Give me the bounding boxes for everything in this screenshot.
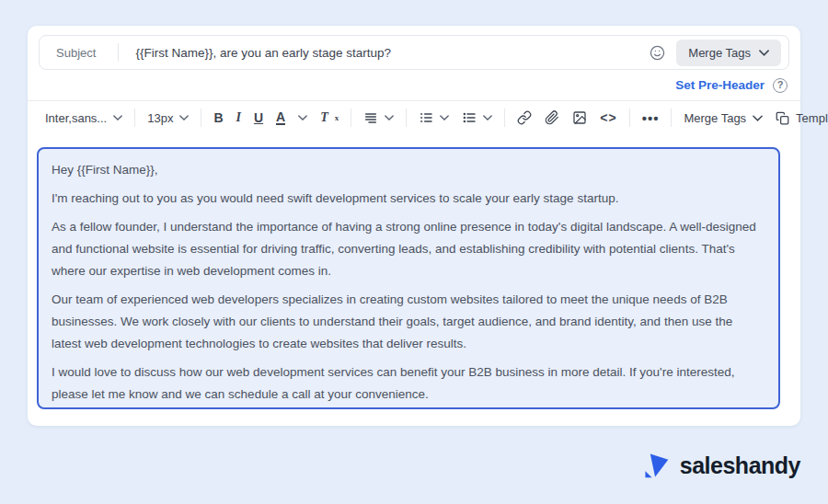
subject-bar: Subject {{First Name}}, are you an early… bbox=[39, 35, 789, 70]
bullet-list-icon bbox=[462, 110, 477, 125]
insert-link-button[interactable] bbox=[511, 105, 538, 131]
chevron-down-icon bbox=[385, 115, 394, 120]
paperclip-icon bbox=[545, 110, 559, 125]
chevron-down-icon bbox=[440, 115, 449, 120]
email-paragraph: Our team of experienced web developers s… bbox=[52, 289, 765, 355]
chevron-down-icon bbox=[298, 115, 307, 120]
smiley-icon bbox=[650, 45, 665, 61]
ordered-list-icon bbox=[419, 110, 433, 125]
align-icon bbox=[363, 110, 378, 125]
brand-name: saleshandy bbox=[680, 452, 800, 479]
subject-input[interactable]: {{First Name}}, are you an early stage s… bbox=[119, 46, 646, 60]
underline-button[interactable]: U bbox=[247, 105, 270, 131]
help-icon[interactable]: ? bbox=[773, 78, 788, 93]
email-body-editor[interactable]: Hey {{First Name}}, I'm reaching out to … bbox=[37, 147, 780, 409]
toolbar-divider bbox=[134, 109, 135, 127]
template-label: Template bbox=[796, 111, 828, 125]
code-view-button[interactable]: <> bbox=[593, 105, 623, 131]
chevron-down-icon bbox=[753, 115, 763, 121]
toolbar-divider bbox=[671, 109, 672, 127]
toolbar-divider bbox=[406, 109, 407, 127]
saleshandy-logo-icon bbox=[641, 451, 671, 480]
bullet-list-dropdown[interactable] bbox=[455, 105, 499, 131]
email-paragraph: As a fellow founder, I understand the im… bbox=[52, 216, 765, 282]
clear-formatting-button[interactable]: Tx bbox=[314, 105, 345, 131]
clear-formatting-t: T bbox=[320, 110, 328, 125]
link-icon bbox=[517, 110, 532, 125]
email-paragraph: Hey {{First Name}}, bbox=[52, 159, 765, 181]
email-paragraph: I would love to discuss how our web deve… bbox=[52, 361, 765, 406]
italic-button[interactable]: I bbox=[230, 105, 247, 131]
template-button[interactable]: Template bbox=[769, 105, 828, 131]
font-size-value: 13px bbox=[147, 111, 173, 125]
align-dropdown[interactable] bbox=[357, 105, 400, 131]
toolbar-divider bbox=[201, 109, 201, 127]
merge-tags-label: Merge Tags bbox=[688, 46, 751, 60]
chevron-down-icon bbox=[179, 115, 189, 120]
font-family-value: Inter,sans... bbox=[45, 111, 107, 125]
email-composer-card: Subject {{First Name}}, are you an early… bbox=[28, 26, 800, 426]
text-color-button[interactable]: A bbox=[276, 111, 285, 125]
toolbar-merge-tags-dropdown[interactable]: Merge Tags bbox=[677, 105, 769, 131]
more-options-button[interactable]: ••• bbox=[636, 105, 666, 131]
chevron-down-icon bbox=[483, 115, 492, 120]
emoji-picker-button[interactable] bbox=[646, 41, 669, 64]
preheader-row: Set Pre-Header ? bbox=[28, 70, 800, 100]
email-paragraph: I'm reaching out to you as you would nee… bbox=[52, 188, 765, 210]
insert-image-button[interactable] bbox=[566, 105, 593, 131]
ordered-list-dropdown[interactable] bbox=[412, 105, 455, 131]
subject-merge-tags-button[interactable]: Merge Tags bbox=[676, 40, 781, 66]
saleshandy-brand: saleshandy bbox=[641, 451, 800, 480]
toolbar-divider bbox=[504, 109, 505, 127]
chevron-down-icon bbox=[113, 115, 122, 120]
bold-button[interactable]: B bbox=[207, 105, 229, 131]
font-family-dropdown[interactable]: Inter,sans... bbox=[39, 105, 129, 131]
subject-label: Subject bbox=[40, 46, 118, 60]
formatting-toolbar: Inter,sans... 13px B I U A Tx bbox=[28, 100, 800, 134]
merge-tags-label: Merge Tags bbox=[684, 111, 746, 125]
toolbar-divider bbox=[629, 109, 630, 127]
set-preheader-link[interactable]: Set Pre-Header bbox=[675, 78, 765, 92]
toolbar-divider bbox=[351, 109, 351, 127]
clear-formatting-x: x bbox=[335, 113, 339, 122]
chevron-down-icon bbox=[759, 50, 769, 56]
attach-file-button[interactable] bbox=[538, 105, 566, 131]
text-color-dropdown[interactable] bbox=[292, 105, 314, 131]
image-icon bbox=[572, 110, 587, 125]
font-size-dropdown[interactable]: 13px bbox=[141, 105, 195, 131]
template-icon bbox=[776, 111, 789, 125]
